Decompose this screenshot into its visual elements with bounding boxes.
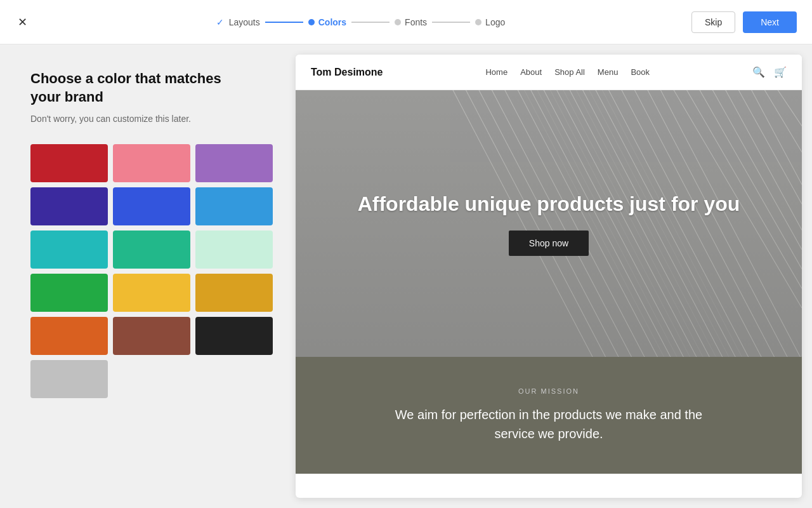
color-swatch-yellow[interactable] (113, 274, 190, 312)
color-swatch-green-teal[interactable] (113, 231, 190, 269)
panel-subtitle: Don't worry, you can customize this late… (30, 114, 255, 124)
color-swatch-black[interactable] (195, 317, 273, 355)
right-panel: Tom Desimone HomeAboutShop AllMenuBook 🔍… (285, 44, 812, 508)
topbar-left: ✕ (15, 13, 30, 32)
preview-mission: OUR MISSION We aim for perfection in the… (296, 357, 802, 474)
step-fonts-label: Fonts (405, 17, 427, 27)
step-layouts-label: Layouts (229, 17, 260, 27)
main-content: Choose a color that matches your brand D… (0, 44, 812, 508)
preview-nav: Tom Desimone HomeAboutShop AllMenuBook 🔍… (296, 55, 802, 90)
nav-link-menu: Menu (598, 67, 619, 77)
preview-hero: Affordable unique products just for you … (296, 90, 802, 357)
color-swatch-purple-light[interactable] (195, 144, 273, 182)
nav-link-home: Home (485, 67, 508, 77)
left-panel: Choose a color that matches your brand D… (0, 44, 285, 508)
stepper: ✓ Layouts Colors Fonts Logo (216, 17, 506, 27)
shop-now-button[interactable]: Shop now (509, 231, 589, 256)
step-colors-label: Colors (318, 17, 346, 27)
color-swatch-gray-light[interactable] (30, 360, 108, 398)
color-swatch-green[interactable] (30, 274, 108, 312)
mission-label: OUR MISSION (311, 387, 787, 395)
topbar-actions: Skip Next (691, 11, 797, 33)
color-swatch-pink[interactable] (113, 144, 190, 182)
step-logo-dot (475, 19, 481, 25)
step-fonts: Fonts (395, 17, 427, 27)
step-line-3 (432, 22, 470, 23)
step-line-1 (265, 22, 303, 23)
next-button[interactable]: Next (743, 11, 797, 33)
color-swatch-blue-light[interactable] (195, 187, 273, 225)
step-logo: Logo (475, 17, 505, 27)
color-grid (30, 144, 255, 398)
hero-title: Affordable unique products just for you (358, 191, 740, 218)
color-swatch-indigo[interactable] (30, 187, 108, 225)
color-swatch-red[interactable] (30, 144, 108, 182)
preview-window: Tom Desimone HomeAboutShop AllMenuBook 🔍… (296, 55, 802, 498)
color-swatch-blue[interactable] (113, 187, 190, 225)
color-swatch-amber[interactable] (195, 274, 273, 312)
preview-nav-links: HomeAboutShop AllMenuBook (485, 67, 650, 77)
step-layouts: ✓ Layouts (216, 17, 260, 27)
color-swatch-teal[interactable] (30, 231, 108, 269)
topbar: ✕ ✓ Layouts Colors Fonts Logo Skip Next (0, 0, 812, 44)
panel-title: Choose a color that matches your brand (30, 70, 255, 106)
step-fonts-dot (395, 19, 401, 25)
check-icon: ✓ (216, 17, 224, 27)
mission-text: We aim for perfection in the products we… (390, 405, 707, 443)
color-swatch-orange[interactable] (30, 317, 108, 355)
close-button[interactable]: ✕ (15, 13, 30, 32)
nav-link-shop-all: Shop All (554, 67, 585, 77)
step-colors: Colors (308, 17, 346, 27)
hero-content: Affordable unique products just for you … (358, 191, 740, 256)
search-icon: 🔍 (752, 66, 765, 78)
color-swatch-brown[interactable] (113, 317, 190, 355)
step-logo-label: Logo (485, 17, 505, 27)
preview-nav-icons: 🔍 🛒 (752, 66, 787, 78)
cart-icon: 🛒 (774, 66, 787, 78)
step-colors-dot (308, 19, 315, 25)
step-line-2 (351, 22, 390, 23)
nav-link-book: Book (631, 67, 650, 77)
nav-link-about: About (520, 67, 542, 77)
preview-brand-name: Tom Desimone (311, 67, 383, 78)
color-swatch-mint[interactable] (195, 231, 273, 269)
skip-button[interactable]: Skip (691, 11, 735, 33)
